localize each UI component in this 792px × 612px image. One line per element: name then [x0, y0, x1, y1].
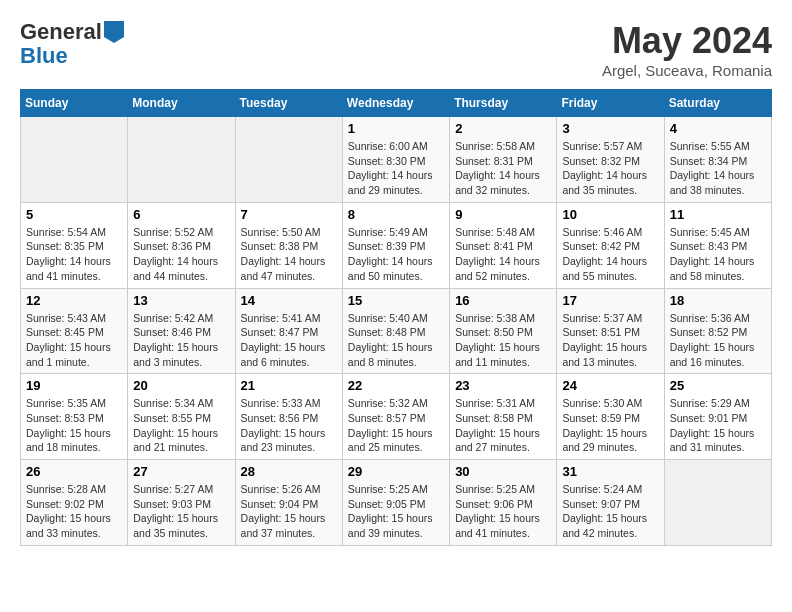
day-number: 20: [133, 378, 229, 393]
calendar-cell: 25Sunrise: 5:29 AMSunset: 9:01 PMDayligh…: [664, 374, 771, 460]
day-detail: Sunrise: 5:30 AMSunset: 8:59 PMDaylight:…: [562, 396, 658, 455]
day-number: 24: [562, 378, 658, 393]
calendar-header: SundayMondayTuesdayWednesdayThursdayFrid…: [21, 90, 772, 117]
day-detail: Sunrise: 5:41 AMSunset: 8:47 PMDaylight:…: [241, 311, 337, 370]
weekday-header-wednesday: Wednesday: [342, 90, 449, 117]
calendar-cell: 26Sunrise: 5:28 AMSunset: 9:02 PMDayligh…: [21, 460, 128, 546]
day-detail: Sunrise: 5:34 AMSunset: 8:55 PMDaylight:…: [133, 396, 229, 455]
day-number: 6: [133, 207, 229, 222]
calendar-cell: 22Sunrise: 5:32 AMSunset: 8:57 PMDayligh…: [342, 374, 449, 460]
weekday-header-friday: Friday: [557, 90, 664, 117]
calendar-cell: 28Sunrise: 5:26 AMSunset: 9:04 PMDayligh…: [235, 460, 342, 546]
calendar-cell: 14Sunrise: 5:41 AMSunset: 8:47 PMDayligh…: [235, 288, 342, 374]
day-number: 17: [562, 293, 658, 308]
calendar-cell: 29Sunrise: 5:25 AMSunset: 9:05 PMDayligh…: [342, 460, 449, 546]
calendar-week-5: 26Sunrise: 5:28 AMSunset: 9:02 PMDayligh…: [21, 460, 772, 546]
calendar-cell: 7Sunrise: 5:50 AMSunset: 8:38 PMDaylight…: [235, 202, 342, 288]
calendar-cell: [664, 460, 771, 546]
calendar-cell: [235, 117, 342, 203]
calendar-cell: 1Sunrise: 6:00 AMSunset: 8:30 PMDaylight…: [342, 117, 449, 203]
calendar-table: SundayMondayTuesdayWednesdayThursdayFrid…: [20, 89, 772, 546]
logo: General Blue: [20, 20, 124, 68]
logo-general: General: [20, 20, 102, 44]
calendar-cell: 5Sunrise: 5:54 AMSunset: 8:35 PMDaylight…: [21, 202, 128, 288]
calendar-cell: 19Sunrise: 5:35 AMSunset: 8:53 PMDayligh…: [21, 374, 128, 460]
day-number: 1: [348, 121, 444, 136]
weekday-header-tuesday: Tuesday: [235, 90, 342, 117]
day-detail: Sunrise: 5:42 AMSunset: 8:46 PMDaylight:…: [133, 311, 229, 370]
day-number: 11: [670, 207, 766, 222]
location-subtitle: Argel, Suceava, Romania: [602, 62, 772, 79]
day-number: 5: [26, 207, 122, 222]
calendar-cell: [21, 117, 128, 203]
calendar-cell: 15Sunrise: 5:40 AMSunset: 8:48 PMDayligh…: [342, 288, 449, 374]
calendar-cell: 11Sunrise: 5:45 AMSunset: 8:43 PMDayligh…: [664, 202, 771, 288]
day-number: 16: [455, 293, 551, 308]
day-number: 23: [455, 378, 551, 393]
day-number: 14: [241, 293, 337, 308]
day-number: 25: [670, 378, 766, 393]
day-detail: Sunrise: 5:57 AMSunset: 8:32 PMDaylight:…: [562, 139, 658, 198]
day-detail: Sunrise: 5:36 AMSunset: 8:52 PMDaylight:…: [670, 311, 766, 370]
day-detail: Sunrise: 5:25 AMSunset: 9:05 PMDaylight:…: [348, 482, 444, 541]
day-number: 12: [26, 293, 122, 308]
calendar-cell: 30Sunrise: 5:25 AMSunset: 9:06 PMDayligh…: [450, 460, 557, 546]
day-number: 3: [562, 121, 658, 136]
calendar-cell: 4Sunrise: 5:55 AMSunset: 8:34 PMDaylight…: [664, 117, 771, 203]
day-detail: Sunrise: 5:28 AMSunset: 9:02 PMDaylight:…: [26, 482, 122, 541]
calendar-cell: 6Sunrise: 5:52 AMSunset: 8:36 PMDaylight…: [128, 202, 235, 288]
day-number: 28: [241, 464, 337, 479]
weekday-row: SundayMondayTuesdayWednesdayThursdayFrid…: [21, 90, 772, 117]
calendar-week-2: 5Sunrise: 5:54 AMSunset: 8:35 PMDaylight…: [21, 202, 772, 288]
calendar-cell: 24Sunrise: 5:30 AMSunset: 8:59 PMDayligh…: [557, 374, 664, 460]
day-detail: Sunrise: 5:25 AMSunset: 9:06 PMDaylight:…: [455, 482, 551, 541]
calendar-cell: 31Sunrise: 5:24 AMSunset: 9:07 PMDayligh…: [557, 460, 664, 546]
day-detail: Sunrise: 5:31 AMSunset: 8:58 PMDaylight:…: [455, 396, 551, 455]
day-detail: Sunrise: 5:49 AMSunset: 8:39 PMDaylight:…: [348, 225, 444, 284]
calendar-cell: 16Sunrise: 5:38 AMSunset: 8:50 PMDayligh…: [450, 288, 557, 374]
weekday-header-sunday: Sunday: [21, 90, 128, 117]
day-detail: Sunrise: 5:54 AMSunset: 8:35 PMDaylight:…: [26, 225, 122, 284]
calendar-cell: 12Sunrise: 5:43 AMSunset: 8:45 PMDayligh…: [21, 288, 128, 374]
day-number: 21: [241, 378, 337, 393]
logo-blue: Blue: [20, 43, 68, 68]
calendar-cell: 13Sunrise: 5:42 AMSunset: 8:46 PMDayligh…: [128, 288, 235, 374]
day-number: 31: [562, 464, 658, 479]
day-detail: Sunrise: 5:35 AMSunset: 8:53 PMDaylight:…: [26, 396, 122, 455]
calendar-cell: 9Sunrise: 5:48 AMSunset: 8:41 PMDaylight…: [450, 202, 557, 288]
calendar-body: 1Sunrise: 6:00 AMSunset: 8:30 PMDaylight…: [21, 117, 772, 546]
day-detail: Sunrise: 5:43 AMSunset: 8:45 PMDaylight:…: [26, 311, 122, 370]
day-number: 9: [455, 207, 551, 222]
day-number: 2: [455, 121, 551, 136]
calendar-cell: 2Sunrise: 5:58 AMSunset: 8:31 PMDaylight…: [450, 117, 557, 203]
day-detail: Sunrise: 5:50 AMSunset: 8:38 PMDaylight:…: [241, 225, 337, 284]
day-number: 10: [562, 207, 658, 222]
calendar-cell: 10Sunrise: 5:46 AMSunset: 8:42 PMDayligh…: [557, 202, 664, 288]
day-detail: Sunrise: 5:37 AMSunset: 8:51 PMDaylight:…: [562, 311, 658, 370]
logo-icon: [104, 21, 124, 43]
svg-marker-0: [104, 21, 124, 43]
day-number: 8: [348, 207, 444, 222]
day-detail: Sunrise: 5:48 AMSunset: 8:41 PMDaylight:…: [455, 225, 551, 284]
day-detail: Sunrise: 5:32 AMSunset: 8:57 PMDaylight:…: [348, 396, 444, 455]
day-detail: Sunrise: 5:38 AMSunset: 8:50 PMDaylight:…: [455, 311, 551, 370]
calendar-cell: 18Sunrise: 5:36 AMSunset: 8:52 PMDayligh…: [664, 288, 771, 374]
day-detail: Sunrise: 5:45 AMSunset: 8:43 PMDaylight:…: [670, 225, 766, 284]
calendar-cell: 8Sunrise: 5:49 AMSunset: 8:39 PMDaylight…: [342, 202, 449, 288]
day-number: 4: [670, 121, 766, 136]
day-detail: Sunrise: 5:40 AMSunset: 8:48 PMDaylight:…: [348, 311, 444, 370]
calendar-cell: 17Sunrise: 5:37 AMSunset: 8:51 PMDayligh…: [557, 288, 664, 374]
day-detail: Sunrise: 5:46 AMSunset: 8:42 PMDaylight:…: [562, 225, 658, 284]
calendar-week-4: 19Sunrise: 5:35 AMSunset: 8:53 PMDayligh…: [21, 374, 772, 460]
day-detail: Sunrise: 5:52 AMSunset: 8:36 PMDaylight:…: [133, 225, 229, 284]
weekday-header-saturday: Saturday: [664, 90, 771, 117]
day-detail: Sunrise: 6:00 AMSunset: 8:30 PMDaylight:…: [348, 139, 444, 198]
day-number: 15: [348, 293, 444, 308]
day-number: 19: [26, 378, 122, 393]
day-number: 22: [348, 378, 444, 393]
day-detail: Sunrise: 5:24 AMSunset: 9:07 PMDaylight:…: [562, 482, 658, 541]
month-title: May 2024: [602, 20, 772, 62]
calendar-cell: 20Sunrise: 5:34 AMSunset: 8:55 PMDayligh…: [128, 374, 235, 460]
title-block: May 2024 Argel, Suceava, Romania: [602, 20, 772, 79]
day-number: 27: [133, 464, 229, 479]
